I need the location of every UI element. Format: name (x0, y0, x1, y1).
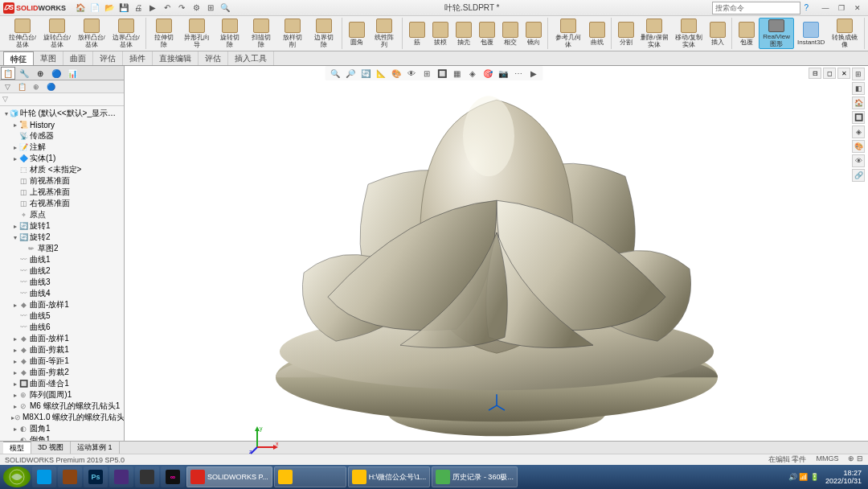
right-tool-7[interactable]: 🔗 (852, 169, 865, 182)
expand-icon[interactable]: ▸ (11, 335, 18, 343)
ribbon-btn[interactable]: 放样凸台/基体 (75, 18, 108, 49)
close-button[interactable]: ✕ (850, 2, 865, 14)
doc-win-btn-2[interactable]: ✕ (837, 68, 850, 79)
ribbon-btn[interactable]: 放样切削 (277, 18, 308, 49)
taskbar-pin[interactable] (58, 466, 82, 487)
right-tool-5[interactable]: 🎨 (852, 140, 865, 153)
doc-tab[interactable]: 模型 (3, 442, 31, 454)
panel-sub-0[interactable]: ▽ (0, 80, 14, 92)
start-button[interactable] (3, 466, 31, 487)
panel-tab-1[interactable]: 🔧 (17, 67, 31, 80)
view-tool-10[interactable]: 🎯 (481, 67, 494, 80)
view-tool-13[interactable]: ▶ (527, 67, 540, 80)
tree-item[interactable]: ▸◐圆角1 (2, 423, 122, 434)
ribbon-btn[interactable]: 包覆 (735, 18, 758, 49)
qat-btn-2[interactable]: 📂 (103, 2, 116, 14)
ribbon-btn[interactable]: 边界凸台/基体 (109, 18, 143, 49)
restore-button[interactable]: ❐ (834, 2, 849, 14)
ribbon-btn[interactable]: 拉伸切除 (149, 18, 180, 49)
view-tool-11[interactable]: 📷 (497, 67, 510, 80)
panel-sub-2[interactable]: ⊕ (29, 80, 43, 92)
tree-item[interactable]: 〰曲线2 (2, 265, 122, 277)
qat-btn-4[interactable]: 🖨 (132, 2, 145, 14)
ribbon-btn[interactable]: 参考几何体 (551, 18, 585, 49)
right-tool-4[interactable]: ◈ (852, 125, 865, 138)
qat-btn-7[interactable]: ↷ (175, 2, 188, 14)
tree-item[interactable]: ▸🔄旋转1 (2, 220, 122, 232)
expand-icon[interactable]: ▸ (11, 358, 18, 365)
tree-item[interactable]: ▸📜History (2, 119, 122, 130)
expand-icon[interactable]: ▸ (11, 302, 18, 309)
view-tool-3[interactable]: 📐 (375, 67, 387, 80)
tree-item[interactable]: ◫前视基准面 (2, 175, 122, 187)
ribbon-tab[interactable]: 直接编辑 (153, 51, 199, 65)
tree-item[interactable]: ▸🔲曲面-缝合1 (2, 378, 122, 389)
ribbon-btn[interactable]: 转换成镜像 (828, 18, 862, 49)
taskbar-app[interactable]: 历史记录 - 360极... (432, 466, 518, 487)
tree-item[interactable]: ▸◆曲面-放样1 (2, 333, 122, 344)
tree-item[interactable]: ▸⊕阵列(圆周)1 (2, 389, 122, 401)
expand-icon[interactable]: ▸ (11, 392, 18, 399)
ribbon-tab[interactable]: 插件 (123, 51, 153, 65)
qat-btn-1[interactable]: 📄 (88, 2, 101, 14)
ribbon-btn[interactable]: 插入 (706, 18, 729, 49)
command-search-input[interactable] (712, 2, 800, 14)
ribbon-btn[interactable]: 圆角 (346, 18, 368, 49)
expand-icon[interactable]: ▾ (11, 234, 18, 241)
expand-icon[interactable]: ▸ (11, 347, 18, 354)
tree-item[interactable]: 〰曲线1 (2, 254, 122, 265)
taskbar-app[interactable] (274, 466, 346, 487)
ribbon-tab[interactable]: 草图 (34, 51, 63, 65)
panel-sub-1[interactable]: 📋 (14, 80, 29, 92)
expand-icon[interactable]: ▸ (11, 425, 18, 433)
ribbon-btn[interactable]: 拔模 (429, 18, 452, 49)
ribbon-btn[interactable]: 删除/保留实体 (638, 18, 672, 49)
tree-item[interactable]: ▾🔄旋转2 (2, 232, 122, 243)
view-tool-9[interactable]: ◈ (466, 67, 479, 80)
taskbar-app[interactable]: H:\微信公众号\1... (348, 466, 431, 487)
qat-btn-5[interactable]: ▶ (146, 2, 159, 14)
tree-item[interactable]: ◫上视基准面 (2, 187, 122, 198)
tree-item[interactable]: ▸◆曲面-剪裁2 (2, 367, 122, 378)
taskbar-pin[interactable]: ∞ (161, 466, 185, 487)
ribbon-btn[interactable]: 异形孔向导 (180, 18, 214, 49)
ribbon-tab[interactable]: 曲面 (63, 51, 93, 65)
panel-tab-3[interactable]: 🔵 (49, 67, 63, 80)
tree-item[interactable]: 〰曲线4 (2, 288, 122, 299)
ribbon-btn[interactable]: 包覆 (476, 18, 498, 49)
tree-item[interactable]: ▸◆曲面-等距1 (2, 355, 122, 367)
tree-item[interactable]: ✏草图2 (2, 243, 122, 254)
qat-btn-10[interactable]: 🔍 (219, 2, 231, 14)
ribbon-btn[interactable]: Instant3D (795, 18, 827, 49)
ribbon-btn[interactable]: 拉伸凸台/基体 (6, 18, 39, 49)
ribbon-btn[interactable]: 扫描切除 (246, 18, 276, 49)
panel-sub-3[interactable]: 🔵 (43, 80, 58, 92)
panel-tab-0[interactable]: 📋 (1, 67, 15, 80)
view-tool-4[interactable]: 🎨 (390, 67, 403, 80)
doc-tab[interactable]: 3D 视图 (31, 442, 71, 454)
ribbon-btn[interactable]: 旋转切除 (215, 18, 245, 49)
status-units[interactable]: MMGS (816, 454, 838, 465)
qat-btn-6[interactable]: ↶ (161, 2, 174, 14)
ribbon-tab[interactable]: 评估 (93, 51, 123, 65)
ribbon-btn[interactable]: 移动/复制实体 (672, 18, 706, 49)
tree-item[interactable]: ▸🔷实体(1) (2, 153, 122, 164)
qat-btn-9[interactable]: ⊞ (204, 2, 217, 14)
view-tool-12[interactable]: ⋯ (512, 67, 525, 80)
tree-item[interactable]: 〰曲线3 (2, 277, 122, 288)
taskbar-pin[interactable] (109, 466, 133, 487)
status-extras[interactable]: ⊕ ⊟ (848, 454, 863, 465)
tree-item[interactable]: ⌖原点 (2, 209, 122, 220)
taskbar-pin[interactable] (32, 466, 56, 487)
right-tool-1[interactable]: ◧ (852, 82, 865, 95)
ribbon-btn[interactable]: 旋转凸台/基体 (40, 18, 74, 49)
expand-icon[interactable]: ▸ (11, 403, 18, 410)
doc-win-btn-1[interactable]: ◻ (823, 68, 836, 79)
right-tool-0[interactable]: ⊞ (852, 68, 865, 80)
view-tool-1[interactable]: 🔎 (344, 67, 357, 80)
view-tool-7[interactable]: 🔲 (436, 67, 448, 80)
expand-icon[interactable]: ▸ (11, 144, 18, 151)
ribbon-btn[interactable]: 相交 (499, 18, 522, 49)
ribbon-tab[interactable]: 特征 (3, 51, 34, 65)
right-tool-3[interactable]: 🔲 (852, 111, 865, 124)
